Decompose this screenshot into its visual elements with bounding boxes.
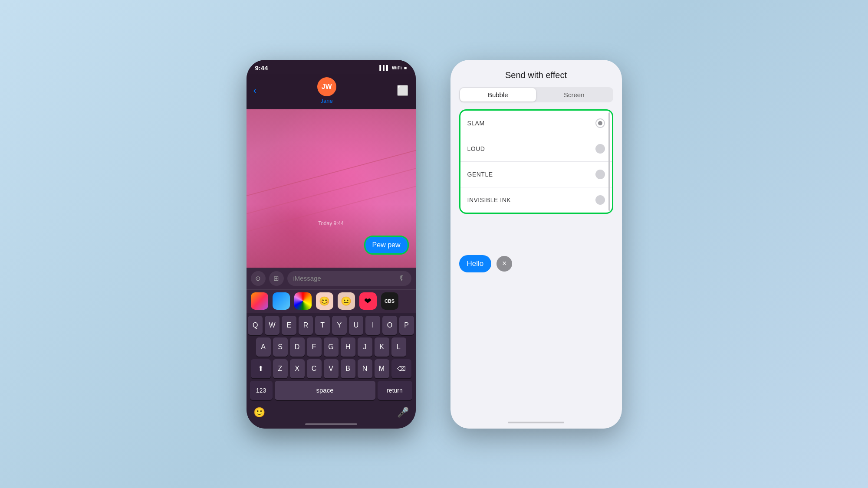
key-d[interactable]: D xyxy=(290,337,305,357)
message-input[interactable]: iMessage 🎙 xyxy=(287,271,411,286)
shift-key[interactable]: ⬆ xyxy=(251,359,271,378)
right-home-bar xyxy=(508,422,564,423)
key-s[interactable]: S xyxy=(273,337,288,357)
sent-message-bubble: Pew pew xyxy=(364,236,409,255)
effect-name-invisible-ink: INVISIBLE INK xyxy=(467,197,511,203)
back-button[interactable]: ‹ xyxy=(253,85,256,96)
heart-app-icon[interactable]: ❤ xyxy=(359,292,377,310)
status-bar: 9:44 ▌▌▌ WiFi ■ xyxy=(247,60,416,74)
return-key[interactable]: return xyxy=(378,381,412,400)
key-z[interactable]: Z xyxy=(273,359,288,378)
key-k[interactable]: K xyxy=(375,337,389,357)
key-t[interactable]: T xyxy=(315,316,330,335)
effect-item-loud[interactable]: LOUD xyxy=(460,136,612,162)
message-text: Pew pew xyxy=(372,241,401,249)
cancel-button[interactable]: × xyxy=(496,256,512,272)
key-f[interactable]: F xyxy=(307,337,322,357)
audio-icon: 🎙 xyxy=(398,275,405,282)
effect-radio-slam[interactable] xyxy=(595,118,605,128)
emoji-key[interactable]: 🙂 xyxy=(253,407,265,418)
effect-item-gentle[interactable]: GENTLE xyxy=(460,162,612,187)
effect-item-invisible-ink[interactable]: INVISIBLE INK xyxy=(460,187,612,213)
tab-row: Bubble Screen xyxy=(459,87,613,102)
input-area: ⊙ ⊞ iMessage 🎙 xyxy=(247,268,416,289)
spacer xyxy=(450,279,622,418)
apps-button[interactable]: ⊞ xyxy=(269,271,284,286)
effects-list-container: SLAM LOUD GENTLE INVISIBLE INK xyxy=(450,109,622,248)
tab-bubble[interactable]: Bubble xyxy=(460,88,536,102)
app-icon-row: 😊 😐 ❤ CBS xyxy=(247,289,416,313)
home-bar xyxy=(305,423,357,425)
signal-icon: ▌▌▌ xyxy=(379,65,389,70)
key-l[interactable]: L xyxy=(391,337,406,357)
contact-info: JW Jane xyxy=(317,77,336,104)
key-c[interactable]: C xyxy=(307,359,322,378)
key-x[interactable]: X xyxy=(290,359,305,378)
preview-bubble: Hello xyxy=(459,255,492,272)
memoji-icon-2[interactable]: 😐 xyxy=(338,292,355,310)
cancel-icon: × xyxy=(502,259,507,268)
effects-list-wrapper: SLAM LOUD GENTLE INVISIBLE INK xyxy=(459,109,613,214)
camera-button[interactable]: ⊙ xyxy=(251,271,266,286)
tab-screen[interactable]: Screen xyxy=(536,88,612,102)
key-m[interactable]: M xyxy=(375,359,389,378)
message-bubble-container: Pew pew xyxy=(364,236,409,255)
avatar[interactable]: JW xyxy=(317,77,336,96)
key-o[interactable]: O xyxy=(382,316,397,335)
key-h[interactable]: H xyxy=(341,337,355,357)
key-r[interactable]: R xyxy=(299,316,313,335)
apps-icon: ⊞ xyxy=(273,275,279,282)
keyboard-row-3: ⬆ Z X C V B N M ⌫ xyxy=(248,359,414,378)
key-v[interactable]: V xyxy=(324,359,339,378)
memoji-icon-1[interactable]: 😊 xyxy=(316,292,333,310)
key-n[interactable]: N xyxy=(358,359,372,378)
effect-radio-invisible-ink[interactable] xyxy=(595,195,605,205)
appstore-icon[interactable] xyxy=(273,292,290,310)
message-preview: Hello × xyxy=(450,248,622,279)
input-row: ⊙ ⊞ iMessage 🎙 xyxy=(251,271,411,286)
scroll-indicator xyxy=(608,112,610,211)
key-j[interactable]: J xyxy=(358,337,372,357)
status-icons: ▌▌▌ WiFi ■ xyxy=(379,65,407,70)
keyboard-row-1: Q W E R T Y U I O P xyxy=(248,316,414,335)
key-p[interactable]: P xyxy=(399,316,414,335)
mic-key[interactable]: 🎤 xyxy=(397,407,409,418)
camera-icon: ⊙ xyxy=(255,275,261,282)
effect-name-loud: LOUD xyxy=(467,145,485,152)
effect-radio-gentle[interactable] xyxy=(595,170,605,179)
key-q[interactable]: Q xyxy=(248,316,263,335)
emoji-mic-row: 🙂 🎤 xyxy=(247,403,416,420)
battery-icon: ■ xyxy=(404,65,407,70)
key-w[interactable]: W xyxy=(265,316,279,335)
cbs-app-icon[interactable]: CBS xyxy=(381,292,398,310)
effect-header: Send with effect Bubble Screen xyxy=(450,60,622,109)
key-a[interactable]: A xyxy=(256,337,271,357)
status-time: 9:44 xyxy=(255,64,268,72)
video-call-icon[interactable]: ⬜ xyxy=(397,85,408,96)
rainbow-app-icon[interactable] xyxy=(294,292,312,310)
effect-item-slam[interactable]: SLAM xyxy=(460,111,612,136)
numbers-key[interactable]: 123 xyxy=(250,381,273,400)
keyboard[interactable]: Q W E R T Y U I O P A S D F G H J K L xyxy=(247,313,416,403)
contact-name: Jane xyxy=(321,98,333,104)
wifi-icon: WiFi xyxy=(392,65,402,70)
right-home-indicator xyxy=(450,418,622,429)
key-i[interactable]: I xyxy=(365,316,380,335)
left-phone: 9:44 ▌▌▌ WiFi ■ ‹ JW Jane ⬜ Today 9:44 P… xyxy=(247,60,416,429)
key-y[interactable]: Y xyxy=(332,316,347,335)
backspace-key[interactable]: ⌫ xyxy=(391,359,411,378)
key-b[interactable]: B xyxy=(341,359,355,378)
space-key[interactable]: space xyxy=(275,381,375,400)
input-placeholder: iMessage xyxy=(293,275,321,282)
effect-title: Send with effect xyxy=(459,70,613,80)
preview-message-text: Hello xyxy=(467,259,484,268)
key-u[interactable]: U xyxy=(349,316,364,335)
chat-area: Today 9:44 Pew pew xyxy=(247,109,416,268)
key-e[interactable]: E xyxy=(282,316,296,335)
home-indicator xyxy=(247,420,416,429)
key-g[interactable]: G xyxy=(324,337,339,357)
photos-app-icon[interactable] xyxy=(251,292,268,310)
messages-header: ‹ JW Jane ⬜ xyxy=(247,74,416,109)
right-panel: Send with effect Bubble Screen SLAM LOUD… xyxy=(450,60,622,429)
effect-radio-loud[interactable] xyxy=(595,144,605,154)
